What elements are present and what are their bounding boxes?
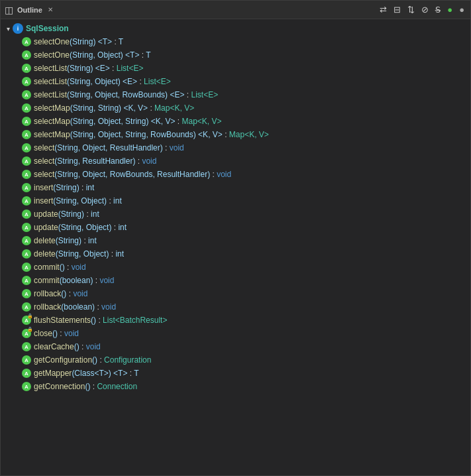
method-icon: A <box>22 236 31 245</box>
method-icon: A <box>22 223 31 232</box>
method-icon: A <box>22 37 31 46</box>
method-label: select(String, Object, ResultHandler) : … <box>34 143 184 152</box>
dot2-button[interactable]: ● <box>457 4 466 15</box>
panel-content[interactable]: ▾ i SqlSession AselectOne(String) <T> : … <box>1 19 470 475</box>
expand-icon[interactable]: ▾ <box>3 25 13 32</box>
method-item[interactable]: AgetMapper(Class<T>) <T> : T <box>1 367 470 380</box>
method-item[interactable]: A🔒flushStatements() : List<BatchResult> <box>1 314 470 327</box>
sort-alpha-button[interactable]: ⇅ <box>405 4 417 15</box>
method-label: select(String, Object, RowBounds, Result… <box>34 170 231 179</box>
method-item[interactable]: Aupdate(String, Object) : int <box>1 221 470 234</box>
method-icon: A <box>22 50 31 60</box>
method-item[interactable]: AselectList(String, Object, RowBounds) <… <box>1 88 470 101</box>
method-label: selectMap(String, String) <K, V> : Map<K… <box>34 103 194 113</box>
outline-icon: ◫ <box>5 5 13 15</box>
method-label: selectList(String, Object) <E> : List<E> <box>34 77 171 86</box>
method-icon: A <box>22 117 31 126</box>
method-icon: A <box>22 170 31 179</box>
method-icon: A <box>22 369 31 378</box>
collapse-button[interactable]: ⊟ <box>392 4 403 15</box>
method-label: select(String, ResultHandler) : void <box>34 156 156 166</box>
method-label: rollback(boolean) : void <box>34 302 116 312</box>
method-item[interactable]: Arollback(boolean) : void <box>1 300 470 314</box>
method-item[interactable]: Acommit(boolean) : void <box>1 274 470 287</box>
method-icon: A <box>22 103 31 113</box>
method-item[interactable]: Ainsert(String, Object) : int <box>1 194 470 208</box>
class-label: SqlSession <box>26 24 69 33</box>
method-item[interactable]: Aselect(String, ResultHandler) : void <box>1 154 470 168</box>
method-label: insert(String) : int <box>34 183 94 192</box>
method-label: insert(String, Object) : int <box>34 196 122 206</box>
method-icon: A <box>22 196 31 206</box>
method-label: update(String) : int <box>34 209 99 219</box>
method-label: selectList(String, Object, RowBounds) <E… <box>34 90 218 99</box>
method-label: selectList(String) <E> : List<E> <box>34 64 143 73</box>
method-icon: A <box>22 64 31 73</box>
method-icon: A <box>22 143 31 152</box>
toolbar-buttons: ⇄ ⊟ ⇅ ⊘ S̶ ● ● <box>378 4 466 15</box>
method-item[interactable]: Adelete(String) : int <box>1 234 470 247</box>
method-item[interactable]: AselectList(String, Object) <E> : List<E… <box>1 75 470 88</box>
method-item[interactable]: Aselect(String, Object, ResultHandler) :… <box>1 141 470 154</box>
method-item[interactable]: Aselect(String, Object, RowBounds, Resul… <box>1 168 470 181</box>
filter-static-button[interactable]: S̶ <box>433 4 443 15</box>
method-item[interactable]: Ainsert(String) : int <box>1 181 470 194</box>
method-icon: A <box>22 289 31 298</box>
method-label: selectOne(String) <T> : T <box>34 37 123 46</box>
method-label: selectOne(String, Object) <T> : T <box>34 50 151 60</box>
method-icon: A <box>22 183 31 192</box>
method-label: delete(String) : int <box>34 236 97 245</box>
method-label: selectMap(String, Object, String, RowBou… <box>34 130 269 139</box>
method-icon: A <box>22 77 31 86</box>
sync-button[interactable]: ⇄ <box>378 4 389 15</box>
method-icon: A🔒 <box>22 316 31 325</box>
method-icon: A <box>22 90 31 99</box>
dot1-button[interactable]: ● <box>445 4 454 15</box>
root-class-item[interactable]: ▾ i SqlSession <box>1 22 470 35</box>
method-icon: A <box>22 156 31 166</box>
method-item[interactable]: AselectMap(String, Object, String) <K, V… <box>1 115 470 128</box>
method-icon: A <box>22 382 31 391</box>
lock-badge: 🔒 <box>27 314 33 319</box>
method-label: delete(String, Object) : int <box>34 249 124 259</box>
method-icon: A <box>22 302 31 312</box>
method-item[interactable]: Aupdate(String) : int <box>1 208 470 221</box>
method-item[interactable]: A🔒close() : void <box>1 327 470 340</box>
method-item[interactable]: Adelete(String, Object) : int <box>1 247 470 261</box>
method-item[interactable]: AselectOne(String) <T> : T <box>1 35 470 48</box>
method-label: selectMap(String, Object, String) <K, V>… <box>34 117 222 126</box>
method-item[interactable]: AselectMap(String, String) <K, V> : Map<… <box>1 101 470 115</box>
filter-fields-button[interactable]: ⊘ <box>419 4 431 15</box>
method-icon: A <box>22 342 31 351</box>
method-item[interactable]: AselectList(String) <E> : List<E> <box>1 62 470 75</box>
outline-panel: ◫ Outline ✕ ⇄ ⊟ ⇅ ⊘ S̶ ● ● ▾ i SqlSessio… <box>0 0 471 476</box>
method-item[interactable]: Acommit() : void <box>1 261 470 274</box>
lock-badge: 🔒 <box>27 327 33 332</box>
method-icon: A <box>22 130 31 139</box>
method-item[interactable]: AgetConfiguration() : Configuration <box>1 353 470 367</box>
panel-title: Outline <box>17 6 42 14</box>
methods-container: AselectOne(String) <T> : TAselectOne(Str… <box>1 35 470 393</box>
method-icon: A🔒 <box>22 329 31 338</box>
method-item[interactable]: Arollback() : void <box>1 287 470 300</box>
method-item[interactable]: AclearCache() : void <box>1 340 470 353</box>
panel-header-left: ◫ Outline ✕ <box>5 5 53 15</box>
method-label: close() : void <box>34 329 79 338</box>
method-icon: A <box>22 355 31 365</box>
interface-icon: i <box>13 23 23 34</box>
method-label: getConfiguration() : Configuration <box>34 355 151 365</box>
close-icon[interactable]: ✕ <box>48 6 53 13</box>
method-label: update(String, Object) : int <box>34 223 127 232</box>
method-icon: A <box>22 263 31 272</box>
method-label: flushStatements() : List<BatchResult> <box>34 316 167 325</box>
method-label: rollback() : void <box>34 289 87 298</box>
method-label: getConnection() : Connection <box>34 382 137 391</box>
method-label: getMapper(Class<T>) <T> : T <box>34 369 139 378</box>
method-item[interactable]: AselectMap(String, Object, String, RowBo… <box>1 128 470 141</box>
method-icon: A <box>22 249 31 259</box>
method-item[interactable]: AgetConnection() : Connection <box>1 380 470 393</box>
method-label: commit(boolean) : void <box>34 276 114 285</box>
method-icon: A <box>22 276 31 285</box>
method-label: commit() : void <box>34 263 86 272</box>
method-item[interactable]: AselectOne(String, Object) <T> : T <box>1 48 470 62</box>
